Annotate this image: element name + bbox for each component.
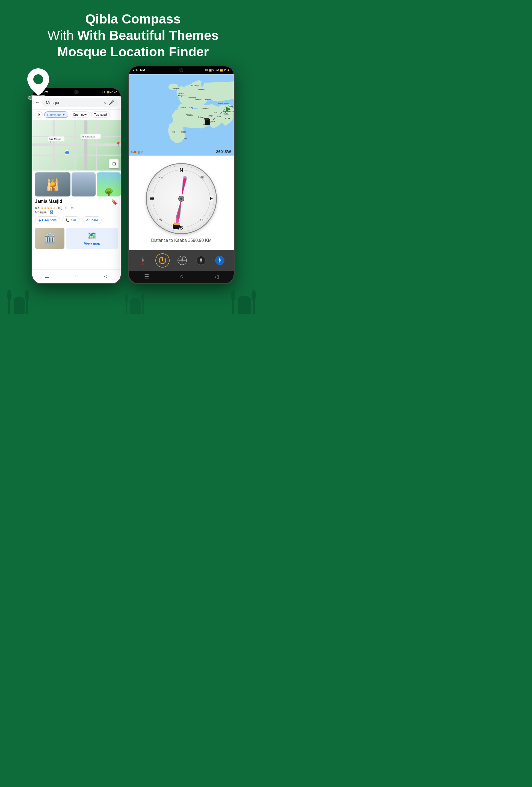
clear-icon[interactable]: ✕ [103,101,107,105]
action-buttons: ◆ Directions 📞 Call ↗ Share [32,215,121,226]
mosque-type: Mosque · ♿ [35,210,118,214]
svg-text:Kazakhstan: Kazakhstan [218,102,229,104]
location-pin-container [22,66,54,102]
left-phone-bottom-nav: ☰ ○ ◁ [32,270,121,283]
svg-text:Pakis...: Pakis... [223,112,230,115]
filter-icon: ⚙ [38,113,40,116]
map-svg: 📍 📍 📍 📍 halil Masjid Jamia Masjid [32,120,121,171]
result-images: 🕌 🌳 [32,171,121,198]
relevance-chip[interactable]: Relevance ▼ [44,111,68,118]
mosque-info: Jamia Masjid 🔖 4.5 ★★★★½ (10) · 0.1 mi M… [32,198,121,215]
svg-text:Niger: Niger [181,131,186,133]
power-icon-button[interactable] [155,253,170,268]
svg-text:Ukraine: Ukraine [204,98,212,101]
svg-text:United: United [178,92,184,94]
view-map-label: View map [84,241,100,246]
rating-value: 4.5 [35,206,40,210]
svg-text:Türkiye: Türkiye [202,107,209,110]
reviews: (10) [57,206,62,210]
second-mosque-image[interactable]: 🏛️ [35,228,64,249]
svg-text:Algeria: Algeria [186,114,193,116]
svg-text:Jamia Masjid: Jamia Masjid [81,135,95,138]
svg-point-87 [200,260,202,261]
call-icon: 📞 [66,218,70,222]
title-line1: Qibla Compass [85,12,180,26]
svg-point-91 [219,260,221,261]
svg-point-109 [141,294,145,302]
dark-compass-button[interactable] [195,254,207,267]
directions-button[interactable]: ◆ Directions [35,216,60,224]
blue-compass-icon [215,255,225,265]
svg-text:Libya: Libya [198,116,203,118]
svg-text:Mali: Mali [172,131,176,133]
right-phone-bottom-nav: ☰ ○ ◁ [129,271,234,283]
map-area[interactable]: 📍 📍 📍 📍 halil Masjid Jamia Masjid ⊞ [32,120,121,171]
mosque-image-2[interactable] [71,172,95,196]
dark-compass-icon [196,255,206,265]
svg-marker-67 [175,198,183,226]
svg-text:Iraq: Iraq [214,111,218,114]
svg-text:Russ: Russ [228,105,233,107]
direction-label: 260°SW [216,149,231,154]
bottom-toolbar: N [129,250,234,271]
svg-text:Italy: Italy [190,106,193,109]
right-phone: 2:16 PM 4G 📶 Vo 4G 📶 66 ⚡ [128,66,235,284]
mic-icon[interactable]: 🎤 [109,100,114,105]
right-menu-icon[interactable]: ☰ [144,273,149,280]
svg-text:India: India [225,117,230,120]
svg-point-74 [142,259,144,261]
filter-chip[interactable]: ⚙ [35,111,43,118]
svg-text:Iceland: Iceland [173,87,179,90]
svg-point-97 [25,290,29,301]
compass-container: /* ticks drawn via transform */ N S E W … [146,163,217,234]
svg-point-71 [180,197,182,200]
open-now-chip[interactable]: Open now [70,111,90,118]
needle-icon-button[interactable] [136,254,149,267]
svg-point-82 [181,260,183,261]
power-toolbar-icon [158,256,167,265]
svg-text:halil Masjid: halil Masjid [49,138,61,141]
share-button[interactable]: ↗ Share [82,216,102,224]
left-phone-content: ← Mosque ✕ 🎤 ⚙ Relevance ▼ Op [32,96,121,283]
svg-text:Egypt: Egypt [207,114,213,117]
svg-text:N: N [182,257,183,258]
svg-point-101 [238,296,251,305]
svg-text:Sweden: Sweden [197,88,205,91]
menu-icon[interactable]: ☰ [45,273,50,279]
svg-point-93 [7,290,12,301]
right-phone-content: Iceland Norway Sweden United Kingdom Ger… [129,74,234,283]
directions-icon: ◆ [39,218,41,222]
svg-text:Poland: Poland [195,98,201,101]
mosque-image-3[interactable]: 🌳 [97,172,121,196]
view-map-card[interactable]: 🗺️ View map [66,228,118,249]
mosque-silhouette-svg [0,287,266,314]
mosque-image-1[interactable]: 🕌 [35,172,70,196]
call-button[interactable]: 📞 Call [62,216,80,224]
accessible-icon: ♿ [49,210,53,214]
svg-text:Kingdom: Kingdom [178,94,185,97]
svg-point-0 [28,95,49,101]
svg-point-105 [125,294,128,302]
title-line3: Mosque Location Finder [57,45,209,59]
header: Qibla Compass With With Beautiful Themes… [0,0,266,66]
svg-text:📍: 📍 [115,141,121,147]
stars: ★★★★½ [41,206,56,210]
home-icon[interactable]: ○ [75,273,79,280]
svg-text:Norway: Norway [191,84,199,87]
svg-point-1 [33,74,43,84]
right-home-icon[interactable]: ○ [180,273,183,280]
blue-compass-button[interactable] [214,254,226,267]
svg-text:arabia: arabia [210,120,215,122]
svg-text:Chad: Chad [183,138,187,140]
right-phone-time: 2:16 PM [133,68,145,72]
save-icon[interactable]: 🔖 [111,199,118,206]
right-back-icon[interactable]: ◁ [214,273,219,280]
svg-point-107 [130,298,141,306]
compass-area: /* ticks drawn via transform */ N S E W … [129,156,234,250]
top-rated-chip[interactable]: Top rated [91,111,110,118]
back-nav-icon[interactable]: ◁ [104,273,108,279]
compass-rose-button[interactable]: N [176,254,189,267]
map-layers-button[interactable]: ⊞ [109,159,118,168]
title-line2-bold: With Beautiful Themes [77,28,219,43]
mosque-silhouettes [0,287,266,314]
